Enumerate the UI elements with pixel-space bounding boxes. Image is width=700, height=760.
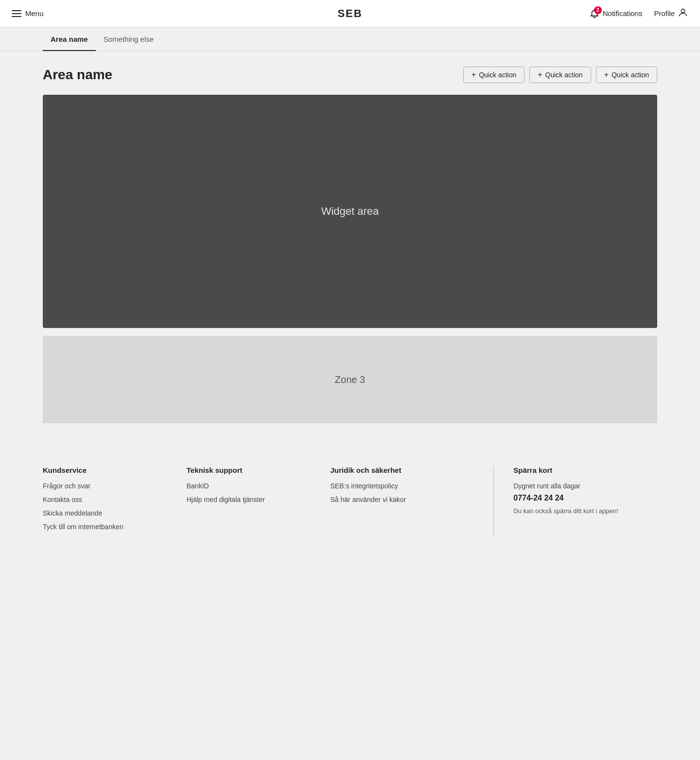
footer-link-fragor[interactable]: Frågor och svar	[43, 482, 187, 490]
hamburger-icon	[12, 10, 21, 17]
zone3-area: Zone 3	[43, 336, 657, 423]
logo: SEB	[337, 7, 362, 20]
logo-text: SEB	[337, 7, 362, 19]
menu-button[interactable]: Menu	[12, 9, 44, 17]
main-content: Area name + Quick action + Quick action …	[0, 51, 700, 423]
notification-count: 2	[594, 6, 602, 14]
footer-link-kakor[interactable]: Så här använder vi kakor	[331, 496, 474, 503]
footer-col-juridik: Juridik och säkerhet SEB:s integritetspo…	[331, 466, 474, 536]
notifications-button[interactable]: 2 Notifications	[589, 8, 643, 19]
footer-link-skicka[interactable]: Skicka meddelande	[43, 509, 187, 517]
footer-divider	[493, 466, 494, 536]
svg-point-0	[681, 9, 684, 13]
footer-col-teknisk: Teknisk support BankID Hjälp med digital…	[187, 466, 331, 536]
tab-area-name[interactable]: Area name	[43, 27, 96, 51]
footer-col-title-juridik: Juridik och säkerhet	[331, 466, 474, 474]
quick-action-button-1[interactable]: + Quick action	[463, 67, 525, 83]
footer-col-kundservice: Kundservice Frågor och svar Kontakta oss…	[43, 466, 187, 536]
bell-icon: 2	[589, 8, 600, 19]
notifications-label: Notifications	[603, 9, 643, 17]
footer-emergency: Spärra kort Dygnet runt alla dagar 0774-…	[513, 466, 657, 536]
tabs-nav: Area name Something else	[0, 27, 700, 51]
footer-emergency-title: Spärra kort	[513, 466, 657, 474]
zone3-label: Zone 3	[335, 374, 365, 385]
footer-link-bankid[interactable]: BankID	[187, 482, 331, 490]
quick-action-label-3: Quick action	[612, 71, 649, 79]
widget-area: Widget area	[43, 95, 657, 328]
quick-action-label-1: Quick action	[479, 71, 516, 79]
area-header: Area name + Quick action + Quick action …	[43, 67, 657, 83]
footer-link-hjalp[interactable]: Hjälp med digitala tjänster	[187, 496, 331, 503]
widget-area-label: Widget area	[321, 205, 379, 218]
footer-link-tyck[interactable]: Tyck till om internetbanken	[43, 523, 187, 531]
user-icon	[678, 7, 688, 19]
footer-emergency-subtitle: Dygnet runt alla dagar	[513, 482, 657, 490]
profile-button[interactable]: Profile	[654, 7, 688, 19]
footer-col-title-teknisk: Teknisk support	[187, 466, 331, 474]
footer: Kundservice Frågor och svar Kontakta oss…	[0, 447, 700, 560]
footer-emergency-phone: 0774-24 24 24	[513, 494, 657, 502]
quick-actions-group: + Quick action + Quick action + Quick ac…	[463, 67, 657, 83]
footer-link-integritet[interactable]: SEB:s integritetspolicy	[331, 482, 474, 490]
page-title: Area name	[43, 67, 112, 83]
quick-action-label-2: Quick action	[545, 71, 583, 79]
profile-label: Profile	[654, 9, 675, 17]
plus-icon-1: +	[472, 71, 476, 79]
footer-link-kontakta[interactable]: Kontakta oss	[43, 496, 187, 503]
plus-icon-2: +	[538, 71, 542, 79]
footer-col-title-kundservice: Kundservice	[43, 466, 187, 474]
quick-action-button-3[interactable]: + Quick action	[596, 67, 657, 83]
tab-something-else[interactable]: Something else	[96, 27, 161, 51]
quick-action-button-2[interactable]: + Quick action	[529, 67, 591, 83]
plus-icon-3: +	[604, 71, 609, 79]
header-right: 2 Notifications Profile	[589, 7, 688, 19]
footer-emergency-note: Du kan också spärra ditt kort i appen!	[513, 506, 657, 516]
menu-label: Menu	[25, 9, 44, 17]
header: Menu SEB 2 Notifications Profile	[0, 0, 700, 27]
